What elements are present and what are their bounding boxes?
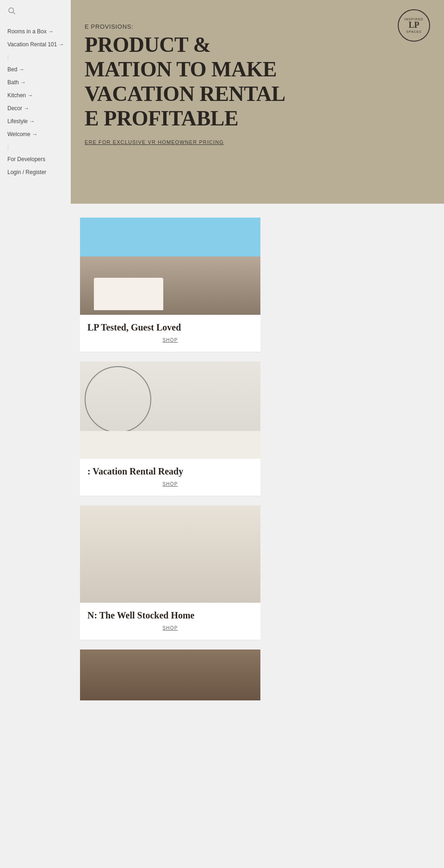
card-kitchen-title: N: The Well Stocked Home: [80, 610, 260, 621]
card-bed-shop-link[interactable]: SHOP: [80, 337, 260, 343]
sidebar-item-for-developers[interactable]: For Developers: [7, 153, 63, 166]
sidebar-divider-2: |: [7, 141, 63, 153]
card-bed-title: LP Tested, Guest Loved: [80, 322, 260, 333]
sidebar-item-login-register[interactable]: Login / Register: [7, 166, 63, 179]
card-bath: : Vacation Rental Ready SHOP: [80, 362, 260, 496]
card-bath-shop-link[interactable]: SHOP: [80, 481, 260, 487]
product-cards-section: LP Tested, Guest Loved SHOP : Vacation R…: [71, 204, 444, 714]
lifestyle-partial-image: [80, 649, 260, 700]
hero-badge: INSPIRED LP SPACES: [398, 9, 430, 42]
main-content: E PROVISIONS: PRODUCT & MATION TO MAKE V…: [71, 0, 444, 868]
card-kitchen-image: [80, 506, 260, 603]
hero-title: PRODUCT & MATION TO MAKE VACATION RENTAL…: [85, 33, 285, 131]
hero-badge-lp-text: LP: [408, 21, 419, 30]
search-button[interactable]: [7, 6, 63, 17]
sidebar-item-welcome[interactable]: Welcome →: [7, 128, 63, 141]
hero-section: E PROVISIONS: PRODUCT & MATION TO MAKE V…: [71, 0, 444, 204]
hero-text: E PROVISIONS: PRODUCT & MATION TO MAKE V…: [71, 14, 299, 154]
hero-subtitle: E PROVISIONS:: [85, 23, 285, 30]
card-lifestyle-partial: [80, 649, 260, 700]
card-bath-title: : Vacation Rental Ready: [80, 466, 260, 477]
hero-badge-bottom-text: SPACES: [407, 30, 422, 33]
sidebar-nav: Rooms in a Box → Vacation Rental 101 → |…: [7, 25, 63, 179]
card-bath-image: [80, 362, 260, 459]
sidebar: Rooms in a Box → Vacation Rental 101 → |…: [0, 0, 71, 868]
bath-image: [80, 362, 260, 459]
card-kitchen-shop-link[interactable]: SHOP: [80, 625, 260, 631]
sidebar-item-vacation-rental-101[interactable]: Vacation Rental 101 →: [7, 38, 63, 51]
card-bed-image: [80, 218, 260, 315]
sidebar-item-rooms-in-a-box[interactable]: Rooms in a Box →: [7, 25, 63, 38]
svg-line-1: [13, 12, 15, 14]
sidebar-divider-1: |: [7, 51, 63, 63]
bed-desert-image: [80, 218, 260, 315]
svg-point-0: [9, 8, 14, 13]
sidebar-item-lifestyle[interactable]: Lifestyle →: [7, 115, 63, 128]
sidebar-item-kitchen[interactable]: Kitchen →: [7, 89, 63, 102]
hero-pricing-link[interactable]: ERE FOR EXCLUSIVE VR HOMEOWNER PRICING: [85, 139, 285, 145]
sidebar-item-bed[interactable]: Bed →: [7, 63, 63, 76]
card-bed: LP Tested, Guest Loved SHOP: [80, 218, 260, 352]
sidebar-item-decor[interactable]: Decor →: [7, 102, 63, 115]
search-icon: [7, 6, 16, 15]
kitchen-image: [80, 506, 260, 603]
sidebar-item-bath[interactable]: Bath →: [7, 76, 63, 89]
card-kitchen: N: The Well Stocked Home SHOP: [80, 506, 260, 640]
